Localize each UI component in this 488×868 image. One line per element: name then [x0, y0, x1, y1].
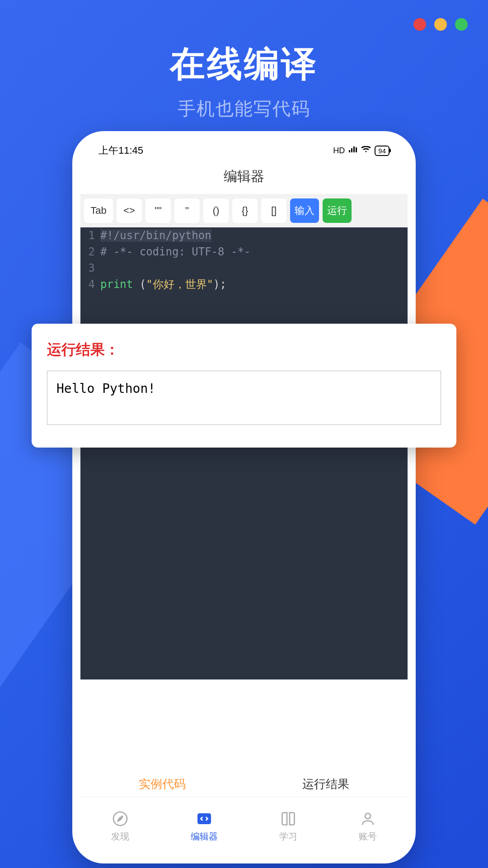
nav-account[interactable]: 账号: [359, 810, 377, 843]
book-icon: [279, 810, 297, 828]
code-blank: [100, 260, 408, 276]
app-title: 编辑器: [80, 162, 408, 194]
nav-editor[interactable]: 编辑器: [191, 810, 218, 843]
battery-icon: 94: [375, 146, 389, 156]
compass-icon: [111, 810, 129, 828]
line-number: 1: [80, 227, 100, 244]
nav-discover[interactable]: 发现: [111, 810, 129, 843]
signal-icon: [348, 146, 357, 156]
svg-point-3: [365, 813, 371, 819]
code-keyword: print: [100, 278, 133, 291]
single-quote-button[interactable]: '': [174, 198, 200, 223]
nav-label: 编辑器: [191, 830, 218, 843]
result-output: Hello Python!: [47, 371, 441, 425]
code-paren-close: ): [213, 278, 220, 291]
code-comment: # -*- coding: UTF-8 -*-: [100, 245, 250, 258]
status-bar: 上午11:45 HD 94: [80, 139, 408, 162]
status-time: 上午11:45: [99, 144, 143, 157]
parentheses-button[interactable]: (): [203, 198, 229, 223]
code-editor[interactable]: 1 #!/usr/bin/python 2 # -*- coding: UTF-…: [80, 227, 408, 679]
double-quote-button[interactable]: "": [145, 198, 171, 223]
code-line-4: 4 print ("你好，世界");: [80, 276, 408, 292]
code-line-2: 2 # -*- coding: UTF-8 -*-: [80, 244, 408, 260]
code-line-1: 1 #!/usr/bin/python: [80, 227, 408, 244]
svg-rect-2: [197, 813, 211, 824]
tab-key-button[interactable]: Tab: [84, 198, 113, 223]
code-string: "你好，世界": [146, 278, 213, 291]
hero: 在线编译 手机也能写代码: [0, 41, 488, 121]
input-button[interactable]: 输入: [290, 198, 319, 223]
phone-screen: 上午11:45 HD 94 编辑器 Tab <> "" '' () {} [] …: [80, 139, 408, 855]
svg-marker-1: [117, 816, 123, 821]
code-shebang: #!/usr/bin/python: [100, 229, 211, 242]
brackets-button[interactable]: []: [261, 198, 286, 223]
status-right: HD 94: [333, 146, 389, 156]
tab-sample-code[interactable]: 实例代码: [139, 776, 186, 792]
angle-brackets-button[interactable]: <>: [117, 198, 142, 223]
editor-toolbar: Tab <> "" '' () {} [] 输入 运行: [80, 194, 408, 227]
dot-red: [413, 18, 426, 31]
tab-run-result[interactable]: 运行结果: [302, 776, 349, 792]
braces-button[interactable]: {}: [232, 198, 258, 223]
wifi-icon: [361, 146, 371, 156]
bottom-nav: 发现 编辑器 学习 账号: [80, 797, 408, 855]
phone-mockup: 上午11:45 HD 94 编辑器 Tab <> "" '' () {} [] …: [72, 131, 416, 863]
content-tabs: 实例代码 运行结果: [80, 767, 408, 797]
run-button[interactable]: 运行: [323, 198, 352, 223]
result-card: 运行结果： Hello Python!: [32, 324, 456, 448]
hero-subtitle: 手机也能写代码: [0, 96, 488, 121]
line-number: 2: [80, 244, 100, 260]
nav-label: 发现: [111, 830, 129, 843]
line-number: 3: [80, 260, 100, 276]
hero-title: 在线编译: [0, 41, 488, 88]
line-number: 4: [80, 276, 100, 292]
result-title: 运行结果：: [47, 340, 441, 360]
signal-hd: HD: [333, 146, 345, 156]
nav-label: 账号: [359, 830, 377, 843]
dot-yellow: [434, 18, 447, 31]
nav-learn[interactable]: 学习: [279, 810, 297, 843]
user-icon: [359, 810, 377, 828]
nav-label: 学习: [279, 830, 297, 843]
code-icon: [195, 810, 213, 828]
code-line-3: 3: [80, 260, 408, 276]
code-paren-open: (: [140, 278, 146, 291]
dot-green: [455, 18, 468, 31]
code-semicolon: ;: [220, 278, 226, 291]
window-traffic-lights: [413, 18, 468, 31]
